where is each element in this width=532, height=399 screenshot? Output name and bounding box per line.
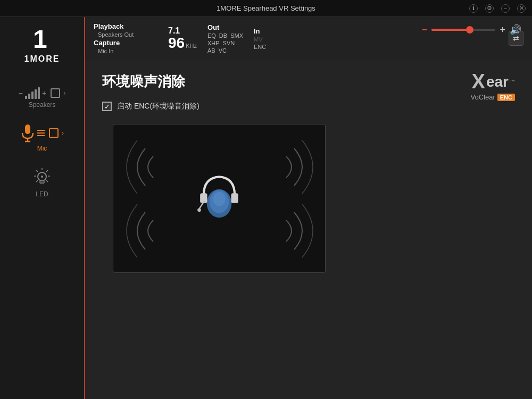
minus-icon: − (19, 89, 23, 97)
out-tags-row3: AB VC (207, 47, 243, 54)
logo-icon: 1 (29, 26, 55, 52)
xear-x-letter: X (472, 70, 485, 93)
volume-minus-button[interactable]: − (422, 24, 428, 36)
enc-checkbox-row: ✓ 启动 ENC(环境噪音消除) (102, 102, 515, 111)
titlebar: 1MORE Spearhead VR Settings ℹ ⚙ − ✕ (0, 0, 532, 17)
svg-point-17 (41, 176, 43, 178)
mic-icon-row: › (20, 123, 64, 143)
xear-logo: X ear ™ VoClear ENC (471, 70, 515, 101)
svg-line-11 (46, 170, 48, 172)
svg-text:1: 1 (33, 26, 47, 52)
led-icon (33, 167, 51, 188)
page-title: 环境噪声消除 (102, 72, 515, 91)
chevron-right-mic-icon: › (62, 129, 64, 137)
checkbox-check-icon: ✓ (104, 103, 110, 111)
sidebar-item-led-label: LED (36, 190, 48, 198)
out-tag-xhp[interactable]: XHP (207, 40, 220, 46)
close-button[interactable]: ✕ (517, 4, 526, 13)
out-tag-svn[interactable]: SVN (223, 40, 235, 46)
logo-text: 1MORE (24, 54, 60, 64)
in-section: In MV ENC (254, 27, 266, 50)
speaker-volume-icon: 🔊 (510, 24, 521, 36)
in-tag-mv[interactable]: MV (254, 36, 263, 43)
svg-point-23 (197, 209, 201, 212)
volume-slider-thumb[interactable] (466, 26, 473, 34)
svg-line-12 (36, 180, 38, 182)
settings-button[interactable]: ⚙ (485, 4, 494, 13)
out-section: Out EQ DB SMX XHP SVN AB VC (207, 23, 243, 54)
volume-slider[interactable] (431, 29, 495, 31)
box-icon (51, 88, 60, 98)
capture-label: Capture (94, 39, 152, 47)
out-title: Out (207, 23, 243, 31)
out-tag-ab[interactable]: AB (207, 47, 215, 54)
volume-plus-button[interactable]: + (500, 24, 505, 36)
mic-in-label: Mic In (94, 48, 152, 54)
speaker-icon-row: − + › (19, 87, 65, 99)
svg-rect-1 (25, 124, 30, 134)
svg-line-13 (46, 180, 48, 182)
content-wrapper: Playback Speakers Out Capture Mic In 7.1… (85, 17, 532, 399)
device-info: Playback Speakers Out Capture Mic In (94, 22, 152, 54)
chevron-right-icon: › (63, 89, 65, 97)
speakers-out-label: Speakers Out (94, 31, 152, 38)
svg-point-24 (213, 192, 225, 206)
sidebar: 1 1MORE − + › Speakers (0, 17, 85, 399)
sidebar-item-led[interactable]: LED (0, 160, 84, 205)
svg-rect-21 (231, 193, 238, 203)
out-tags: EQ DB SMX (207, 32, 243, 39)
bar-2 (28, 94, 30, 99)
rate-row: 96 KHz (168, 36, 197, 51)
main-content: X ear ™ VoClear ENC 环境噪声消除 ✓ 启动 ENC(环境噪音… (85, 60, 532, 399)
rate-unit: KHz (186, 43, 197, 49)
bar-4 (35, 89, 37, 99)
app-title: 1MORE Spearhead VR Settings (217, 4, 315, 12)
xear-title: X ear ™ (472, 70, 515, 93)
logo-area: 1 1MORE (24, 26, 60, 64)
out-tag-eq[interactable]: EQ (207, 32, 216, 39)
mic-icon (20, 123, 35, 143)
volume-slider-fill (431, 29, 470, 31)
out-tags-row2: XHP SVN (207, 40, 243, 46)
box-icon-mic (49, 128, 59, 138)
bar-1 (25, 96, 27, 99)
sidebar-item-speakers[interactable]: − + › Speakers (0, 80, 84, 116)
sidebar-item-mic[interactable]: › Mic (0, 116, 84, 160)
plus-icon: + (42, 89, 46, 97)
out-tag-vc[interactable]: VC (219, 47, 227, 54)
window-controls: ℹ ⚙ − ✕ (469, 4, 526, 13)
sidebar-item-mic-label: Mic (37, 145, 47, 152)
in-tag-enc[interactable]: ENC (254, 44, 266, 50)
eq-lines-icon (37, 128, 45, 138)
out-tag-smx[interactable]: SMX (230, 32, 243, 39)
info-button[interactable]: ℹ (469, 4, 478, 13)
xear-tm: ™ (510, 79, 515, 85)
out-tag-db[interactable]: DB (219, 32, 227, 39)
enc-visualization (113, 124, 326, 273)
sample-rate: 7.1 96 KHz (168, 26, 197, 51)
app-body: 1 1MORE − + › Speakers (0, 17, 532, 399)
sidebar-item-speakers-label: Speakers (29, 101, 56, 109)
minimize-button[interactable]: − (501, 4, 510, 13)
bar-5 (38, 87, 40, 99)
enc-checkbox-label: 启动 ENC(环境噪音消除) (117, 102, 200, 111)
xear-enc-badge: ENC (497, 94, 515, 101)
xear-voclear-text: VoClear (471, 93, 495, 101)
xear-subtitle: VoClear ENC (471, 93, 515, 101)
in-tags: MV (254, 36, 266, 43)
in-title: In (254, 27, 266, 35)
rate-number: 96 (168, 36, 185, 51)
signal-bars (25, 87, 40, 99)
svg-line-10 (36, 170, 38, 172)
in-tags-enc: ENC (254, 44, 266, 50)
volume-area: − + 🔊 (422, 17, 521, 43)
bar-3 (31, 92, 34, 99)
headset-person-svg (193, 164, 246, 218)
playback-label: Playback (94, 22, 152, 30)
xear-ear-text: ear (486, 73, 509, 90)
enc-checkbox[interactable]: ✓ (102, 102, 112, 111)
